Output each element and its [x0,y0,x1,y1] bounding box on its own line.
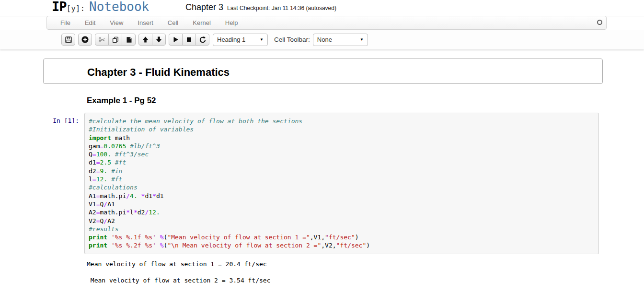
run-button-group [169,34,209,46]
heading1-text: Chapter 3 - Fluid Kinematics [87,66,230,79]
code-cell[interactable]: In [1]: #calculate the mean velocity of … [43,113,599,254]
edit-button-group [95,34,136,46]
heading-cell-selected[interactable]: Chapter 3 - Fluid Kinematics [43,59,603,84]
notebook-title[interactable]: Chapter 3 [185,2,223,12]
app-header: IP[y]:Notebook Chapter 3 Last Checkpoint… [0,0,644,49]
menu-item-cell[interactable]: Cell [161,16,185,30]
play-icon [172,36,179,43]
toolbar: Heading 1 ▼ Cell Toolbar: None ▼ [0,30,644,49]
menu-item-help[interactable]: Help [218,16,245,30]
chevron-down-icon: ▼ [360,37,364,42]
menu-item-insert[interactable]: Insert [130,16,161,30]
logo-ip: IP [52,0,67,14]
move-cell-down-button[interactable] [152,34,166,46]
arrow-up-icon [142,36,149,43]
cell-toolbar-label: Cell Toolbar: [274,36,310,43]
menu-item-kernel[interactable]: Kernel [185,16,218,30]
cell-toolbar-select[interactable]: None ▼ [313,34,368,46]
checkpoint-status: Last Checkpoint: Jan 11 14:36 (autosaved… [227,5,336,12]
code-editor[interactable]: #calculate the mean velocity of flow at … [84,113,599,254]
heading-cell-2[interactable]: Example 1 - Pg 52 [43,96,644,106]
logo-notebook: Notebook [89,0,149,14]
input-prompt: In [1]: [43,113,84,254]
arrow-down-icon [156,36,162,43]
logo-y: [y]: [67,4,85,13]
copy-button[interactable] [108,34,122,46]
cell-type-value: Heading 1 [217,36,245,43]
heading2-text: Example 1 - Pg 52 [87,96,644,106]
stop-icon [186,36,192,43]
move-button-group [138,34,166,46]
move-cell-up-button[interactable] [138,34,152,46]
menu-bar: FileEditViewInsertCellKernelHelp [46,16,607,30]
paste-icon [126,36,132,43]
save-button[interactable] [61,34,75,46]
run-cell-button[interactable] [169,34,183,46]
menu-item-file[interactable]: File [53,16,78,30]
header-title-row: IP[y]:Notebook Chapter 3 Last Checkpoint… [0,0,644,16]
chevron-down-icon: ▼ [260,37,264,42]
restart-kernel-button[interactable] [196,34,209,46]
menu-item-edit[interactable]: Edit [78,16,103,30]
insert-cell-button[interactable] [78,34,92,46]
kernel-idle-icon [597,20,602,25]
cell-type-select[interactable]: Heading 1 ▼ [213,34,268,46]
output-area: Mean velocity of flow at section 1 = 20.… [43,260,644,285]
save-icon [65,36,72,43]
menu-items: FileEditViewInsertCellKernelHelp [53,16,245,30]
copy-icon [112,36,119,43]
restart-icon [199,36,206,43]
code-content: #calculate the mean velocity of flow at … [89,117,597,250]
cut-button[interactable] [95,34,109,46]
scissors-icon [99,36,105,43]
plus-circle-icon [81,36,89,43]
interrupt-kernel-button[interactable] [182,34,196,46]
paste-button[interactable] [122,34,136,46]
menu-item-view[interactable]: View [103,16,130,30]
ipython-notebook-logo[interactable]: IP[y]:Notebook [52,0,149,14]
cell-toolbar-value: None [317,36,332,43]
notebook-area: Chapter 3 - Fluid Kinematics Example 1 -… [0,59,644,285]
output-text: Mean velocity of flow at section 1 = 20.… [87,260,644,285]
